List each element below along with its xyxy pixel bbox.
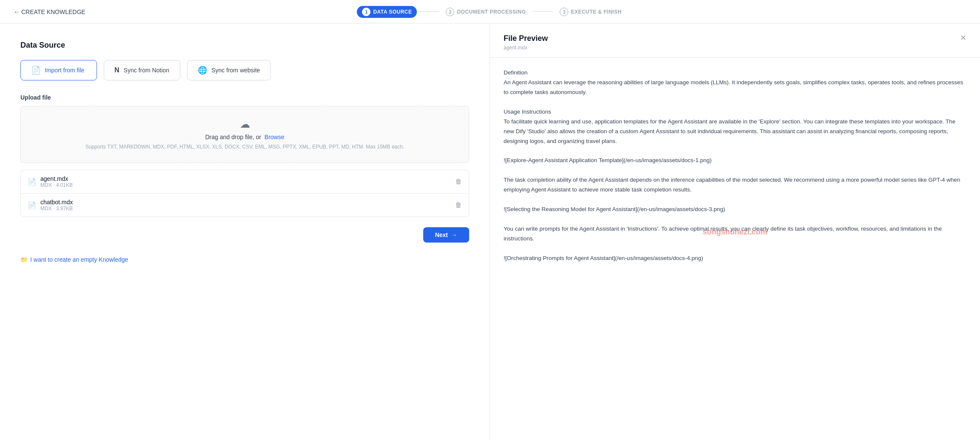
- steps-container: 1DATA SOURCE2DOCUMENT PROCESSING3EXECUTE…: [357, 6, 627, 18]
- next-button-wrap: Next →: [20, 227, 469, 243]
- empty-knowledge-link[interactable]: 📁 I want to create an empty Knowledge: [20, 256, 469, 263]
- source-btn-notion[interactable]: NSync from Notion: [104, 60, 180, 80]
- step-badge-3: 3EXECUTE & FINISH: [555, 6, 627, 18]
- next-button[interactable]: Next →: [423, 227, 469, 243]
- upload-cloud-icon: ☁: [29, 118, 460, 130]
- browse-link[interactable]: Browse: [265, 134, 285, 140]
- step-label-1: DATA SOURCE: [373, 9, 412, 15]
- page-title: CREATE KNOWLEDGE: [21, 9, 85, 15]
- source-btn-label: Sync from Notion: [124, 67, 169, 74]
- step-label-2: DOCUMENT PROCESSING: [457, 9, 526, 15]
- step-num-1: 1: [362, 8, 370, 16]
- file-meta: MDX · 4.01KB: [40, 182, 73, 188]
- file-icon: 📄: [31, 66, 40, 75]
- step-3: 3EXECUTE & FINISH: [555, 6, 627, 18]
- file-name: agent.mdx: [40, 175, 73, 182]
- back-arrow-icon: ←: [14, 9, 20, 15]
- close-button[interactable]: ✕: [960, 34, 966, 42]
- source-btn-label: Sync from website: [211, 67, 260, 74]
- topbar: ← CREATE KNOWLEDGE 1DATA SOURCE2DOCUMENT…: [0, 0, 980, 24]
- source-buttons: 📄Import from fileNSync from Notion🌐Sync …: [20, 60, 469, 80]
- preview-header: File Preview agent.mdx ✕: [490, 24, 980, 58]
- file-delete-button[interactable]: 🗑: [455, 201, 462, 209]
- preview-text: Definition An Agent Assistant can levera…: [504, 68, 966, 263]
- preview-header-text: File Preview agent.mdx: [504, 34, 548, 51]
- preview-title: File Preview: [504, 34, 548, 43]
- website-icon: 🌐: [198, 66, 207, 75]
- upload-label: Upload file: [20, 94, 469, 101]
- step-num-2: 2: [446, 8, 454, 16]
- file-type-icon: 📄: [28, 201, 36, 209]
- folder-icon: 📁: [20, 256, 28, 263]
- step-badge-2: 2DOCUMENT PROCESSING: [441, 6, 531, 18]
- step-2: 2DOCUMENT PROCESSING: [441, 6, 531, 18]
- notion-icon: N: [114, 66, 120, 74]
- source-btn-file[interactable]: 📄Import from file: [20, 60, 97, 80]
- file-list: 📄 agent.mdx MDX · 4.01KB 🗑 📄 chatbot.mdx…: [20, 170, 469, 217]
- source-btn-website[interactable]: 🌐Sync from website: [187, 60, 271, 80]
- file-info: 📄 chatbot.mdx MDX · 3.97KB: [28, 199, 73, 211]
- left-panel: Data Source 📄Import from fileNSync from …: [0, 24, 490, 440]
- step-1: 1DATA SOURCE: [357, 6, 417, 18]
- preview-content: Definition An Agent Assistant can levera…: [490, 58, 980, 440]
- file-details: chatbot.mdx MDX · 3.97KB: [40, 199, 73, 211]
- arrow-right-icon: →: [451, 231, 457, 238]
- step-label-3: EXECUTE & FINISH: [571, 9, 621, 15]
- preview-filename: agent.mdx: [504, 45, 548, 51]
- step-num-3: 3: [560, 8, 568, 16]
- file-name: chatbot.mdx: [40, 199, 73, 206]
- file-delete-button[interactable]: 🗑: [455, 178, 462, 186]
- file-info: 📄 agent.mdx MDX · 4.01KB: [28, 175, 73, 188]
- right-panel: File Preview agent.mdx ✕ Definition An A…: [490, 24, 980, 440]
- upload-drag-text: Drag and drop file, or Browse: [29, 134, 460, 140]
- file-item: 📄 chatbot.mdx MDX · 3.97KB 🗑: [20, 194, 469, 217]
- step-badge-1[interactable]: 1DATA SOURCE: [357, 6, 417, 18]
- topbar-left: ← CREATE KNOWLEDGE: [14, 9, 85, 15]
- file-details: agent.mdx MDX · 4.01KB: [40, 175, 73, 188]
- source-btn-label: Import from file: [45, 67, 84, 74]
- data-source-title: Data Source: [20, 41, 469, 50]
- step-separator: [533, 11, 553, 12]
- file-meta: MDX · 3.97KB: [40, 206, 73, 211]
- step-separator: [419, 11, 439, 12]
- upload-hint: Supports TXT, MARKDOWN, MDX, PDF, HTML, …: [29, 143, 460, 151]
- file-type-icon: 📄: [28, 178, 36, 186]
- file-item: 📄 agent.mdx MDX · 4.01KB 🗑: [20, 170, 469, 194]
- back-button[interactable]: ← CREATE KNOWLEDGE: [14, 9, 85, 15]
- main-layout: Data Source 📄Import from fileNSync from …: [0, 24, 980, 440]
- upload-zone[interactable]: ☁ Drag and drop file, or Browse Supports…: [20, 106, 469, 163]
